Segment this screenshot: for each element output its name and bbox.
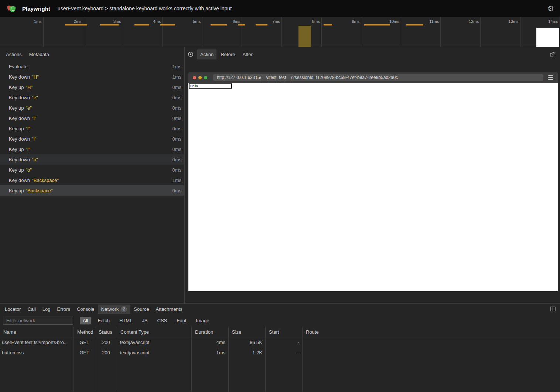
timeline-action-bar[interactable] (256, 24, 267, 25)
action-key: "e" (32, 95, 38, 100)
timeline-action-bar[interactable] (324, 24, 332, 25)
column-header-status[interactable]: Status (95, 327, 117, 337)
traffic-light-red-icon (193, 76, 196, 79)
filter-chip-js[interactable]: JS (139, 317, 150, 324)
tab-metadata[interactable]: Metadata (26, 49, 52, 59)
network-cell-route[interactable] (303, 348, 560, 358)
column-header-start[interactable]: Start (266, 327, 302, 337)
timeline-time-label: 10ms (361, 17, 401, 47)
settings-gear-icon[interactable]: ⚙ (547, 5, 554, 12)
timeline-action-bar[interactable] (238, 24, 245, 25)
column-header-content_type[interactable]: Content Type (117, 327, 191, 337)
action-list-item[interactable]: Key down"l"0ms (0, 113, 184, 123)
tab-after[interactable]: After (239, 49, 255, 59)
action-list-item[interactable]: Key up"o"0ms (0, 165, 184, 175)
tab-attachments[interactable]: Attachments (152, 305, 185, 313)
column-header-route[interactable]: Route (303, 327, 560, 337)
action-key: "Backspace" (32, 178, 59, 183)
tab-action[interactable]: Action (197, 49, 216, 59)
network-cell-size[interactable]: 86.5K (229, 337, 265, 348)
action-name: Key down (9, 157, 30, 162)
action-name: Key down (9, 95, 30, 100)
action-list-item[interactable]: Key up"l"0ms (0, 144, 184, 154)
action-list-item[interactable]: Key up"e"0ms (0, 103, 184, 113)
action-list-item[interactable]: Key up"H"0ms (0, 82, 184, 92)
pick-locator-icon[interactable] (188, 51, 194, 57)
tab-log[interactable]: Log (39, 305, 54, 313)
filter-chip-html[interactable]: HTML (116, 317, 135, 324)
tab-console[interactable]: Console (74, 305, 98, 313)
open-external-icon[interactable] (549, 52, 555, 57)
timeline-action-bar[interactable] (406, 24, 423, 25)
actions-tabbar: Actions Metadata (0, 47, 184, 61)
column-header-method[interactable]: Method (74, 327, 95, 337)
toggle-panel-layout-icon[interactable] (550, 306, 556, 312)
page-text-input[interactable] (189, 83, 232, 89)
network-cell-content_type[interactable]: text/javascript (117, 337, 191, 348)
action-list-item[interactable]: Key down"l"0ms (0, 134, 184, 144)
action-key: "e" (25, 105, 31, 111)
action-list-item[interactable]: Key down"Backspace"1ms (0, 175, 184, 185)
tab-label: Log (42, 306, 51, 312)
timeline-action-bar[interactable] (364, 24, 390, 25)
action-list-item[interactable]: Key down"o"0ms (0, 154, 184, 165)
tab-label: Call (27, 306, 35, 312)
action-list-item[interactable]: Key down"H"1ms (0, 72, 184, 82)
network-cell-start[interactable]: - (266, 337, 302, 348)
network-cell-route[interactable] (303, 337, 560, 348)
filter-chip-font[interactable]: Font (174, 317, 189, 324)
action-key: "l" (32, 136, 36, 142)
network-cell-start[interactable]: - (266, 348, 302, 358)
tab-before[interactable]: Before (218, 49, 238, 59)
action-key: "l" (25, 126, 30, 131)
snapshot-panel: Action Before After http://127.0.0.1:633… (185, 47, 560, 303)
network-cell-method[interactable]: GET (74, 348, 95, 358)
timeline-thumbnail[interactable] (536, 28, 559, 47)
timeline-action-bar[interactable] (100, 24, 119, 25)
network-cell-size[interactable]: 1.2K (229, 348, 265, 358)
tab-source[interactable]: Source (130, 305, 152, 313)
action-duration: 1ms (172, 178, 181, 183)
action-list-item[interactable]: Key down"e"0ms (0, 92, 184, 103)
filter-chip-css[interactable]: CSS (154, 317, 170, 324)
action-key: "l" (32, 116, 36, 121)
timeline-time-label: 11ms (401, 17, 441, 47)
filter-chip-all[interactable]: All (80, 317, 91, 324)
network-cell-status[interactable]: 200 (95, 337, 117, 348)
network-cell-name[interactable]: userEvent.test.ts?import&bro... (0, 337, 74, 348)
tab-actions[interactable]: Actions (3, 49, 25, 59)
app-name: Playwright (22, 6, 50, 12)
timeline-action-bar[interactable] (134, 24, 149, 25)
network-cell-duration[interactable]: 1ms (192, 348, 228, 358)
tab-locator[interactable]: Locator (1, 305, 24, 313)
action-duration: 0ms (172, 167, 181, 173)
action-list-item[interactable]: Evaluate1ms (0, 61, 184, 72)
timeline-action-bar[interactable] (160, 24, 175, 25)
tab-errors[interactable]: Errors (54, 305, 73, 313)
action-duration: 1ms (172, 74, 181, 80)
network-filter-input[interactable] (3, 316, 73, 325)
action-name: Key down (9, 74, 30, 80)
column-header-name[interactable]: Name (0, 327, 74, 337)
filter-chip-image[interactable]: Image (193, 317, 212, 324)
network-cell-duration[interactable]: 4ms (192, 337, 228, 348)
timeline-action-bar[interactable] (65, 24, 87, 25)
column-header-size[interactable]: Size (229, 327, 265, 337)
filter-chip-fetch[interactable]: Fetch (95, 317, 113, 324)
action-name: Key up (9, 147, 24, 152)
app-header: Playwright userEvent.keyboard > standalo… (0, 0, 560, 17)
network-cell-status[interactable]: 200 (95, 348, 117, 358)
action-list-item[interactable]: Key up"l"0ms (0, 123, 184, 134)
timeline-action-bar[interactable] (211, 24, 227, 25)
tab-network[interactable]: Network2 (98, 305, 131, 314)
tab-call[interactable]: Call (24, 305, 39, 313)
snapshot-tabbar: Action Before After (185, 47, 560, 61)
column-header-duration[interactable]: Duration (192, 327, 228, 337)
timeline[interactable]: 1ms2ms3ms4ms5ms6ms7ms8ms9ms10ms11ms12ms1… (0, 17, 560, 47)
network-cell-name[interactable]: button.css (0, 348, 74, 358)
action-list-item[interactable]: Key up"Backspace"0ms (0, 185, 184, 196)
timeline-time-label: 2ms (44, 17, 83, 47)
network-cell-content_type[interactable]: text/javascript (117, 348, 191, 358)
action-key: "o" (25, 167, 31, 173)
network-cell-method[interactable]: GET (74, 337, 95, 348)
